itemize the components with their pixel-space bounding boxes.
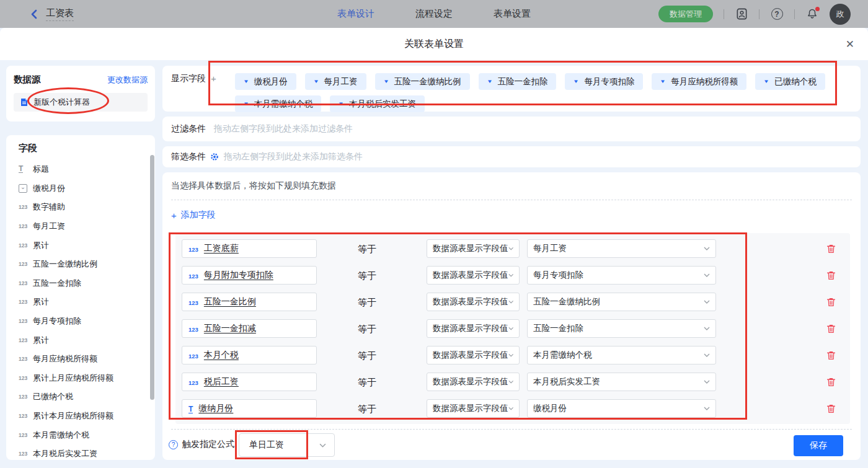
field-type-icon [19, 432, 31, 438]
datasource-title: 数据源 [14, 74, 41, 86]
sift-condition-row[interactable]: 筛选条件 拖动左侧字段到此处来添加筛选条件 [162, 146, 861, 167]
topbar-tab[interactable]: 表单设置 [494, 8, 531, 20]
caret-down-icon: ▼ [573, 79, 579, 84]
display-field-tag[interactable]: ▼ 本月税后实发工资 [330, 95, 425, 112]
topbar-tabs: 表单设计 流程设定 表单设置 [337, 8, 531, 20]
field-type-icon [19, 280, 31, 286]
target-field-chip[interactable]: 五险一金比例 [182, 293, 317, 311]
source-type-dropdown[interactable]: 数据源表显示字段值 [427, 346, 520, 364]
filter-condition-row[interactable]: 过滤条件 拖动左侧字段到此处来添加过滤条件 [162, 117, 861, 141]
field-list-item[interactable]: 缴税月份 [19, 179, 149, 198]
field-list-item[interactable]: 本月税后实发工资 [19, 444, 149, 460]
rule-row: 五险一金比例 等于 数据源表显示字段值 五险一金缴纳比例 [175, 289, 850, 316]
operator-label: 等于 [358, 342, 376, 369]
display-field-tag[interactable]: ▼ 缴税月份 [235, 73, 296, 90]
contacts-icon[interactable] [735, 7, 748, 21]
display-field-tag[interactable]: ▼ 每月工资 [305, 73, 366, 90]
target-field-chip[interactable]: 缴纳月份 [182, 399, 317, 418]
data-manage-button[interactable]: 数据管理 [658, 6, 713, 22]
source-type-dropdown[interactable]: 数据源表显示字段值 [427, 239, 520, 258]
topbar-tab[interactable]: 表单设计 [337, 8, 374, 20]
delete-rule-button[interactable] [826, 244, 836, 254]
field-list-item[interactable]: 累计本月应纳税所得额 [19, 407, 149, 426]
rule-row: 本月个税 等于 数据源表显示字段值 本月需缴纳个税 [175, 342, 850, 369]
field-list-item[interactable]: 五险一金缴纳比例 [19, 255, 149, 274]
field-list-item[interactable]: 数字辅助 [19, 198, 149, 217]
delete-rule-button[interactable] [826, 297, 836, 307]
display-fields-panel: 显示字段 + ▼ 缴税月份 ▼ 每月工资 ▼ 五险一金缴纳比例 [162, 66, 861, 112]
field-list-item[interactable]: 标题 [19, 160, 149, 179]
chevron-down-icon [508, 300, 514, 304]
datasource-panel: 数据源 更改数据源 新版个税计算器 [6, 66, 155, 121]
field-type-icon [188, 323, 198, 334]
topbar-tab[interactable]: 流程设定 [415, 8, 453, 20]
display-fields-label: 显示字段 [171, 73, 206, 84]
field-list-item[interactable]: 本月需缴纳个税 [19, 425, 149, 444]
delete-rule-button[interactable] [826, 350, 836, 361]
add-field-link[interactable]: + 添加字段 [171, 210, 216, 221]
caret-down-icon: ▼ [383, 79, 389, 84]
help-icon[interactable]: ? [169, 440, 178, 449]
display-field-tag[interactable]: ▼ 本月需缴纳个税 [235, 95, 321, 112]
trigger-formula-label: 触发指定公式 [182, 439, 234, 450]
delete-rule-button[interactable] [826, 404, 836, 414]
avatar[interactable]: 政 [830, 4, 851, 25]
source-type-dropdown[interactable]: 数据源表显示字段值 [427, 266, 520, 285]
source-field-dropdown[interactable]: 本月税后实发工资 [527, 373, 716, 391]
chevron-down-icon [704, 327, 710, 330]
field-type-icon [19, 184, 31, 193]
display-field-tag[interactable]: ▼ 已缴纳个税 [755, 73, 825, 90]
target-field-chip[interactable]: 本月个税 [182, 346, 317, 364]
rules-intro-text: 当选择具体数据后，将按如下规则填充数据 [171, 180, 852, 192]
target-field-chip[interactable]: 工资底薪 [182, 239, 317, 258]
source-type-dropdown[interactable]: 数据源表显示字段值 [427, 399, 520, 418]
field-list-item[interactable]: 每月应纳税所得额 [19, 350, 149, 369]
notification-dot [815, 7, 820, 11]
help-icon[interactable]: ? [770, 7, 784, 21]
delete-rule-button[interactable] [826, 377, 836, 387]
source-field-dropdown[interactable]: 每月专项扣除 [527, 266, 716, 285]
field-list-item[interactable]: 每月专项扣除 [19, 312, 149, 331]
field-list-item[interactable]: 累计 [19, 236, 149, 255]
change-datasource-link[interactable]: 更改数据源 [107, 74, 148, 86]
field-type-icon [188, 270, 198, 281]
field-type-icon [19, 204, 31, 210]
source-field-dropdown[interactable]: 缴税月份 [527, 399, 716, 418]
operator-label: 等于 [358, 289, 376, 316]
chevron-down-icon [704, 407, 710, 410]
source-field-dropdown[interactable]: 五险一金扣除 [527, 319, 716, 338]
field-type-icon [19, 299, 31, 305]
field-list-item[interactable]: 累计 [19, 330, 149, 350]
target-field-chip[interactable]: 五险一金扣减 [182, 319, 317, 338]
target-field-chip[interactable]: 税后工资 [182, 373, 317, 391]
field-list-item[interactable]: 累计 [19, 293, 149, 312]
trigger-formula-dropdown[interactable]: 单日工资 [239, 433, 335, 457]
datasource-item[interactable]: 新版个税计算器 [14, 93, 148, 112]
chevron-down-icon [319, 443, 326, 448]
display-field-tag[interactable]: ▼ 每月专项扣除 [565, 73, 643, 90]
display-field-tag[interactable]: ▼ 每月应纳税所得额 [652, 73, 746, 90]
field-type-icon [19, 356, 31, 362]
source-type-dropdown[interactable]: 数据源表显示字段值 [427, 373, 520, 391]
display-field-tag[interactable]: ▼ 五险一金缴纳比例 [375, 73, 470, 90]
source-type-dropdown[interactable]: 数据源表显示字段值 [427, 319, 520, 338]
field-list-item[interactable]: 已缴纳个税 [19, 387, 149, 407]
save-button[interactable]: 保存 [794, 435, 843, 456]
fields-scrollbar[interactable] [150, 155, 154, 400]
display-field-tag[interactable]: ▼ 五险一金扣除 [479, 73, 557, 90]
notification-bell-icon[interactable] [805, 7, 819, 21]
source-type-dropdown[interactable]: 数据源表显示字段值 [427, 293, 520, 311]
gear-icon[interactable] [210, 152, 219, 161]
back-button[interactable] [30, 9, 38, 19]
delete-rule-button[interactable] [826, 324, 836, 334]
source-field-dropdown[interactable]: 本月需缴纳个税 [527, 346, 716, 364]
field-list-item[interactable]: 每月工资 [19, 217, 149, 236]
target-field-chip[interactable]: 每月附加专项扣除 [182, 266, 317, 285]
close-icon[interactable]: ✕ [846, 39, 854, 50]
delete-rule-button[interactable] [826, 270, 836, 281]
add-display-field-button[interactable]: + [211, 73, 216, 84]
source-field-dropdown[interactable]: 每月工资 [527, 239, 716, 258]
field-list-item[interactable]: 累计上月应纳税所得额 [19, 369, 149, 388]
source-field-dropdown[interactable]: 五险一金缴纳比例 [527, 293, 716, 311]
field-list-item[interactable]: 五险一金扣除 [19, 274, 149, 293]
